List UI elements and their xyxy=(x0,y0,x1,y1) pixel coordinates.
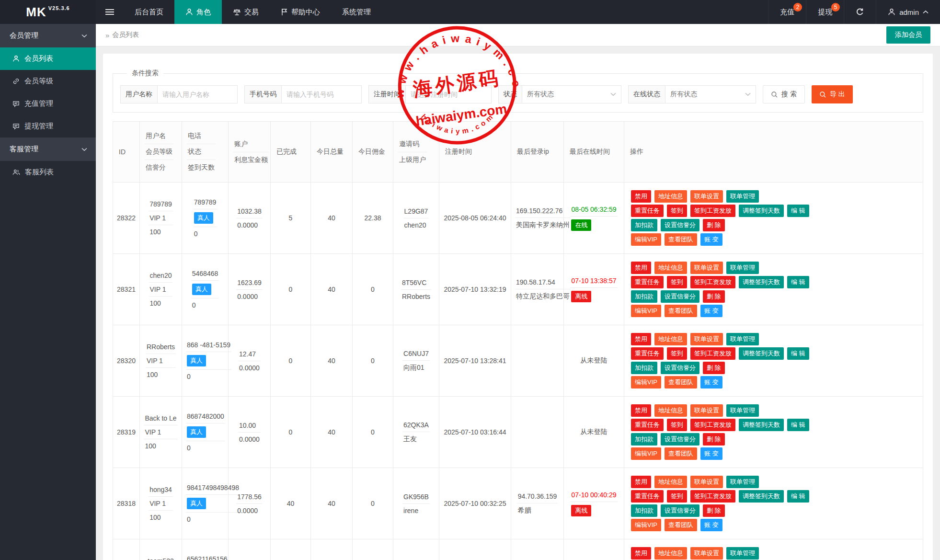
action-button[interactable]: 禁用 xyxy=(631,547,651,560)
search-button[interactable]: 搜 索 xyxy=(763,85,805,103)
withdraw-button[interactable]: 提现 5 xyxy=(806,0,844,24)
action-button[interactable]: 调整签到天数 xyxy=(739,205,784,217)
action-button[interactable]: 签到工资发放 xyxy=(690,419,735,431)
action-button[interactable]: 编 辑 xyxy=(787,205,809,217)
action-button[interactable]: 签到工资发放 xyxy=(690,490,735,503)
nav-roles[interactable]: 角色 xyxy=(174,0,222,24)
action-button[interactable]: 联单设置 xyxy=(690,547,723,560)
action-button[interactable]: 编 辑 xyxy=(787,419,809,431)
action-button[interactable]: 编 辑 xyxy=(787,276,809,288)
action-button[interactable]: 查看团队 xyxy=(665,305,697,317)
action-button[interactable]: 禁用 xyxy=(631,476,651,488)
action-button[interactable]: 设置信誉分 xyxy=(661,219,699,231)
action-button[interactable]: 账 变 xyxy=(700,305,722,317)
sidebar-item-service-list[interactable]: 客服列表 xyxy=(0,161,96,183)
action-button[interactable]: 编 辑 xyxy=(787,347,809,360)
action-button[interactable]: 调整签到天数 xyxy=(739,347,784,360)
sidebar-item-member-list[interactable]: 会员列表 xyxy=(0,47,96,70)
action-button[interactable]: 地址信息 xyxy=(654,404,687,417)
action-button[interactable]: 调整签到天数 xyxy=(739,419,784,431)
action-button[interactable]: 地址信息 xyxy=(654,476,687,488)
action-button[interactable]: 联单管理 xyxy=(726,476,759,488)
action-button[interactable]: 重置任务 xyxy=(631,276,664,288)
action-button[interactable]: 联单管理 xyxy=(726,333,759,345)
action-button[interactable]: 账 变 xyxy=(700,447,722,460)
sidebar-item-member-level[interactable]: 会员等级 xyxy=(0,70,96,92)
action-button[interactable]: 加扣款 xyxy=(631,433,657,446)
action-button[interactable]: 地址信息 xyxy=(654,262,687,274)
sidebar-item-withdraw[interactable]: 提现管理 xyxy=(0,115,96,137)
action-button[interactable]: 查看团队 xyxy=(665,233,697,246)
action-button[interactable]: 删 除 xyxy=(703,504,725,517)
action-button[interactable]: 签到 xyxy=(667,490,687,503)
action-button[interactable]: 设置信誉分 xyxy=(661,290,699,303)
action-button[interactable]: 查看团队 xyxy=(665,519,697,531)
action-button[interactable]: 设置信誉分 xyxy=(661,433,699,446)
refresh-button[interactable] xyxy=(844,0,876,24)
menu-toggle-icon[interactable] xyxy=(96,0,124,24)
sidebar-group-member[interactable]: 会员管理 xyxy=(0,24,96,47)
action-button[interactable]: 地址信息 xyxy=(654,190,687,203)
action-button[interactable]: 账 变 xyxy=(700,233,722,246)
action-button[interactable]: 账 变 xyxy=(700,519,722,531)
action-button[interactable]: 联单设置 xyxy=(690,333,723,345)
action-button[interactable]: 编辑VIP xyxy=(631,305,661,317)
action-button[interactable]: 联单设置 xyxy=(690,404,723,417)
action-button[interactable]: 加扣款 xyxy=(631,219,657,231)
action-button[interactable]: 设置信誉分 xyxy=(661,504,699,517)
action-button[interactable]: 联单设置 xyxy=(690,190,723,203)
regtime-input[interactable] xyxy=(405,85,492,103)
action-button[interactable]: 加扣款 xyxy=(631,362,657,374)
nav-dashboard[interactable]: 后台首页 xyxy=(124,0,174,24)
action-button[interactable]: 调整签到天数 xyxy=(739,276,784,288)
action-button[interactable]: 联单设置 xyxy=(690,476,723,488)
action-button[interactable]: 签到 xyxy=(667,347,687,360)
action-button[interactable]: 禁用 xyxy=(631,262,651,274)
action-button[interactable]: 签到 xyxy=(667,419,687,431)
action-button[interactable]: 调整签到天数 xyxy=(739,490,784,503)
action-button[interactable]: 编辑VIP xyxy=(631,447,661,460)
nav-system[interactable]: 系统管理 xyxy=(331,0,382,24)
action-button[interactable]: 禁用 xyxy=(631,333,651,345)
action-button[interactable]: 删 除 xyxy=(703,219,725,231)
nav-trade[interactable]: 交易 xyxy=(222,0,270,24)
action-button[interactable]: 联单管理 xyxy=(726,190,759,203)
sidebar-item-recharge[interactable]: 充值管理 xyxy=(0,92,96,115)
export-button[interactable]: 导 出 xyxy=(812,85,853,103)
action-button[interactable]: 编辑VIP xyxy=(631,233,661,246)
action-button[interactable]: 查看团队 xyxy=(665,376,697,389)
user-menu[interactable]: admin xyxy=(876,0,940,24)
action-button[interactable]: 禁用 xyxy=(631,190,651,203)
action-button[interactable]: 查看团队 xyxy=(665,447,697,460)
online-status-select[interactable]: 所有状态 xyxy=(665,85,756,103)
action-button[interactable]: 地址信息 xyxy=(654,547,687,560)
action-button[interactable]: 联单管理 xyxy=(726,404,759,417)
action-button[interactable]: 重置任务 xyxy=(631,419,664,431)
action-button[interactable]: 删 除 xyxy=(703,362,725,374)
action-button[interactable]: 编 辑 xyxy=(787,490,809,503)
action-button[interactable]: 重置任务 xyxy=(631,347,664,360)
action-button[interactable]: 联单设置 xyxy=(690,262,723,274)
action-button[interactable]: 删 除 xyxy=(703,290,725,303)
action-button[interactable]: 加扣款 xyxy=(631,290,657,303)
action-button[interactable]: 联单管理 xyxy=(726,547,759,560)
action-button[interactable]: 签到工资发放 xyxy=(690,205,735,217)
nav-help[interactable]: 帮助中心 xyxy=(270,0,331,24)
action-button[interactable]: 签到工资发放 xyxy=(690,276,735,288)
action-button[interactable]: 联单管理 xyxy=(726,262,759,274)
action-button[interactable]: 编辑VIP xyxy=(631,519,661,531)
action-button[interactable]: 签到 xyxy=(667,276,687,288)
recharge-button[interactable]: 充值 2 xyxy=(768,0,806,24)
add-member-button[interactable]: 添加会员 xyxy=(886,26,930,44)
action-button[interactable]: 加扣款 xyxy=(631,504,657,517)
action-button[interactable]: 签到 xyxy=(667,205,687,217)
action-button[interactable]: 重置任务 xyxy=(631,490,664,503)
action-button[interactable]: 地址信息 xyxy=(654,333,687,345)
action-button[interactable]: 重置任务 xyxy=(631,205,664,217)
action-button[interactable]: 账 变 xyxy=(700,376,722,389)
action-button[interactable]: 签到工资发放 xyxy=(690,347,735,360)
action-button[interactable]: 编辑VIP xyxy=(631,376,661,389)
phone-input[interactable] xyxy=(281,85,362,103)
status-select[interactable]: 所有状态 xyxy=(522,85,621,103)
action-button[interactable]: 删 除 xyxy=(703,433,725,446)
